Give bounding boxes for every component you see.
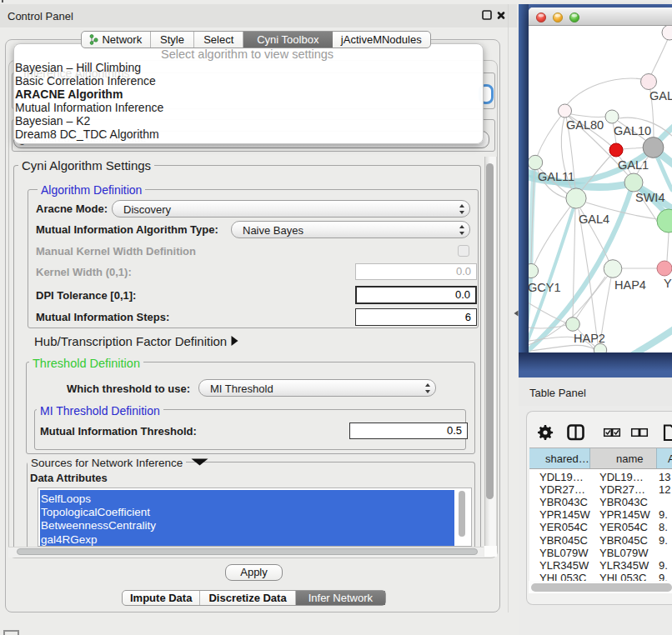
svg-text:GAL7: GAL7 <box>649 89 672 102</box>
svg-text:HAP4: HAP4 <box>614 278 646 292</box>
svg-text:GAL10: GAL10 <box>614 124 651 138</box>
svg-text:GAL80: GAL80 <box>566 118 604 132</box>
svg-text:SWI4: SWI4 <box>635 191 664 204</box>
svg-text:Y: Y <box>664 277 672 290</box>
svg-text:HAP2: HAP2 <box>574 332 605 345</box>
svg-text:GAL11: GAL11 <box>538 170 574 183</box>
svg-text:GCY1: GCY1 <box>529 281 561 294</box>
svg-text:GAL1: GAL1 <box>618 158 649 172</box>
svg-text:GAL4: GAL4 <box>579 212 609 226</box>
